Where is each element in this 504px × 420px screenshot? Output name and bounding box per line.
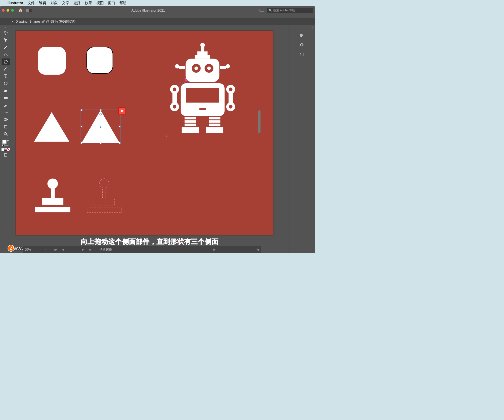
close-window-button[interactable] — [2, 9, 5, 12]
options-bar — [0, 15, 315, 18]
minimize-window-button[interactable] — [7, 9, 9, 12]
artboard-tool[interactable] — [2, 123, 10, 130]
search-icon: 🔍 — [269, 9, 272, 12]
home-button[interactable]: 🏠 — [18, 8, 23, 12]
workspace: » T ⇄ ⋯ — [0, 25, 315, 253]
menu-help[interactable]: 帮助 — [119, 1, 127, 6]
triangle-white[interactable] — [34, 112, 69, 142]
shape-builder-tool[interactable] — [2, 116, 10, 123]
menu-file[interactable]: 文件 — [28, 1, 35, 6]
fill-stroke-chips[interactable]: ⇄ — [2, 140, 9, 146]
status-bar: 50% ﹀ ⏮ ◀ ▶ ⏭ 切换选择 ▶ ◀ — [23, 246, 261, 253]
menu-edit[interactable]: 编辑 — [39, 1, 46, 6]
rounded-rect-white[interactable] — [38, 47, 66, 75]
artboard[interactable]: 路径 — [15, 30, 274, 235]
stamp-shape[interactable] — [35, 178, 70, 212]
selection-handle[interactable] — [81, 142, 82, 144]
layers-panel-icon[interactable] — [298, 42, 305, 48]
right-panel-dock: « — [288, 25, 315, 253]
tutorial-caption: 向上拖动这个侧面部件，直到形状有三个侧面 — [12, 237, 288, 246]
canvas[interactable]: 路径 — [12, 25, 288, 253]
statusbar-nav-icon[interactable]: ▶ — [213, 248, 216, 251]
selection-handle[interactable] — [81, 109, 82, 111]
robot-shape[interactable] — [166, 43, 239, 135]
svg-rect-7 — [4, 154, 7, 156]
artboard-last-icon[interactable]: ⏭ — [88, 248, 93, 251]
direct-selection-tool[interactable] — [2, 37, 10, 43]
robot-shape-dashed[interactable] — [166, 136, 239, 228]
color-mode-row — [2, 148, 10, 151]
menu-type[interactable]: 文字 — [62, 1, 69, 6]
vertical-scrollbar-thumb[interactable] — [258, 110, 261, 133]
artboard-next-icon[interactable]: ▶ — [81, 248, 85, 251]
menu-object[interactable]: 对象 — [50, 1, 58, 6]
app-titlebar: 🏠 ﹀ Adobe Illustrator 2021 🔍 搜索 Adobe 帮助 — [0, 6, 315, 15]
stamp-shape-dashed[interactable] — [86, 178, 122, 212]
zoom-tool[interactable] — [2, 131, 10, 137]
pen-tool[interactable] — [2, 44, 10, 51]
tools-panel: » T ⇄ ⋯ — [0, 25, 12, 253]
help-search-placeholder: 搜索 Adobe 帮助 — [273, 8, 295, 12]
selection-handle[interactable] — [100, 109, 101, 111]
color-mode-gradient[interactable] — [4, 148, 7, 151]
arrange-documents-button[interactable] — [26, 9, 32, 12]
libraries-panel-icon[interactable] — [298, 51, 305, 58]
svg-rect-1 — [4, 90, 7, 92]
curvature-tool[interactable] — [2, 51, 10, 58]
eraser-tool[interactable] — [2, 87, 10, 94]
selection-handle[interactable] — [100, 142, 101, 144]
fill-chip[interactable] — [2, 140, 6, 144]
shape-corner-widget[interactable] — [99, 113, 102, 116]
edit-toolbar-button[interactable]: ⋯ — [2, 159, 10, 165]
svg-point-6 — [4, 132, 7, 135]
svg-rect-2 — [4, 97, 7, 99]
window-controls — [2, 9, 14, 12]
polygon-side-widget[interactable] — [118, 107, 126, 115]
type-tool[interactable]: T — [2, 73, 10, 80]
svg-point-8 — [302, 34, 303, 35]
draw-mode-button[interactable] — [2, 152, 10, 158]
shape-center-indicator — [100, 126, 101, 128]
rotate-tool[interactable] — [2, 80, 10, 87]
properties-panel-icon[interactable] — [298, 32, 305, 39]
color-mode-none[interactable] — [7, 148, 10, 151]
tools-collapse-icon[interactable]: » — [5, 26, 6, 29]
macos-menubar: Illustrator 文件 编辑 对象 文字 选择 效果 视图 窗口 帮助 — [0, 0, 315, 6]
selection-handle[interactable] — [81, 126, 82, 127]
zoom-dropdown-icon[interactable]: ﹀ — [44, 248, 47, 251]
triangle-selected[interactable] — [82, 110, 120, 143]
menu-view[interactable]: 视图 — [96, 1, 104, 6]
close-tab-icon[interactable]: × — [12, 20, 13, 23]
arrange-dropdown-icon[interactable]: ﹀ — [35, 9, 37, 12]
app-menu[interactable]: Illustrator — [7, 1, 23, 5]
selection-handle[interactable] — [119, 126, 120, 127]
color-mode-solid[interactable] — [2, 148, 4, 151]
swap-fill-stroke-icon[interactable]: ⇄ — [7, 139, 9, 142]
svg-marker-0 — [4, 60, 7, 63]
polygon-tool[interactable] — [2, 59, 10, 65]
zoom-window-button[interactable] — [11, 9, 14, 12]
zoom-level[interactable]: 50% — [25, 248, 41, 251]
right-dock-collapse-icon[interactable]: « — [312, 27, 313, 29]
selection-mode-label[interactable]: 切换选择 — [99, 247, 112, 252]
document-tab-bar: × Drawing_Shapes.ai* @ 58 % (RGB/预览) — [0, 18, 315, 25]
menu-effect[interactable]: 效果 — [85, 1, 92, 6]
document-tab-label[interactable]: Drawing_Shapes.ai* @ 58 % (RGB/预览) — [15, 19, 76, 24]
width-tool[interactable] — [2, 109, 10, 116]
eyedropper-tool[interactable] — [2, 102, 10, 108]
document-setup-icon[interactable] — [260, 9, 264, 12]
app-title: Adobe Illustrator 2021 — [40, 8, 257, 12]
menu-window[interactable]: 窗口 — [108, 1, 115, 6]
artboard-first-icon[interactable]: ⏮ — [53, 248, 58, 251]
default-fill-stroke-icon[interactable] — [2, 144, 4, 147]
help-search[interactable]: 🔍 搜索 Adobe 帮助 — [267, 8, 313, 13]
statusbar-scroll-left-icon[interactable]: ◀ — [256, 248, 259, 251]
selection-handle[interactable] — [119, 142, 120, 144]
svg-rect-5 — [4, 125, 7, 128]
rounded-rect-stroked[interactable] — [86, 47, 113, 74]
artboard-prev-icon[interactable]: ◀ — [61, 248, 65, 251]
gradient-tool[interactable] — [2, 95, 10, 101]
brush-tool[interactable] — [2, 66, 10, 72]
menu-select[interactable]: 选择 — [74, 1, 81, 6]
selection-tool[interactable] — [2, 30, 10, 36]
